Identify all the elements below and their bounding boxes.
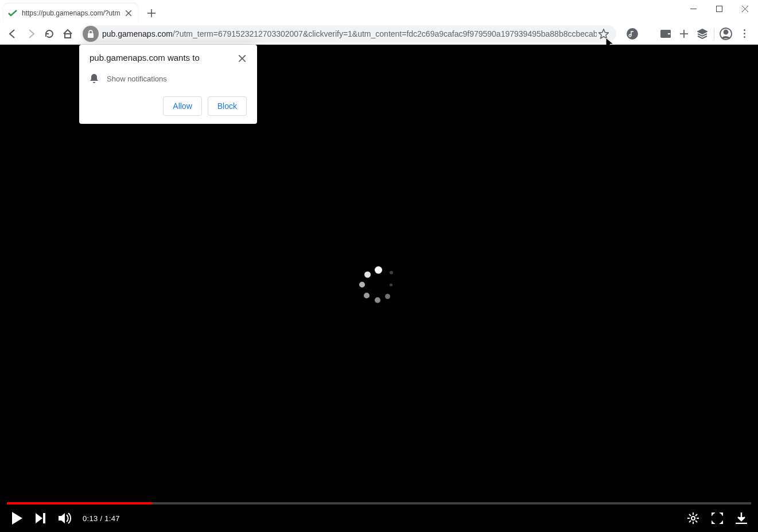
address-text: pub.gamenaps.com/?utm_term=6791523212703… [102, 29, 597, 38]
wallet-extension-icon[interactable] [656, 25, 675, 43]
svg-line-29 [689, 514, 691, 516]
svg-rect-8 [65, 34, 71, 38]
extension-icons [623, 25, 753, 43]
svg-line-31 [695, 514, 697, 516]
tab-title: https://pub.gamenaps.com/?utm [22, 9, 124, 17]
svg-line-30 [695, 521, 697, 522]
svg-point-18 [724, 30, 728, 34]
minimize-button[interactable] [681, 0, 706, 17]
svg-rect-1 [717, 6, 722, 11]
permission-block-button[interactable]: Block [208, 96, 247, 116]
settings-button[interactable] [687, 512, 699, 525]
address-host: pub.gamenaps.com [102, 29, 173, 38]
svg-marker-23 [59, 513, 65, 523]
window-close-button[interactable] [732, 0, 758, 17]
next-button[interactable] [34, 512, 47, 525]
permission-item-label: Show notifications [107, 75, 167, 83]
video-controls: 0:13 / 1:47 [0, 504, 758, 532]
layers-extension-icon[interactable] [693, 25, 712, 43]
download-button[interactable] [735, 512, 748, 525]
address-bar[interactable]: pub.gamenaps.com/?utm_term=6791523212703… [80, 25, 616, 42]
permission-close-button[interactable] [238, 53, 247, 65]
svg-point-11 [627, 29, 638, 39]
plus-icon[interactable] [675, 25, 693, 43]
video-duration: 1:47 [104, 514, 120, 523]
svg-marker-20 [12, 512, 22, 525]
toolbar-divider [714, 28, 714, 40]
svg-marker-16 [698, 29, 707, 34]
browser-tab[interactable]: https://pub.gamenaps.com/?utm [3, 3, 138, 23]
svg-marker-10 [599, 29, 609, 38]
svg-rect-13 [667, 33, 671, 35]
tab-strip: https://pub.gamenaps.com/?utm [3, 3, 160, 23]
fullscreen-button[interactable] [711, 512, 724, 525]
video-current-time: 0:13 [83, 514, 98, 523]
profile-avatar-icon[interactable] [717, 25, 735, 43]
permission-item: Show notifications [90, 73, 247, 84]
permission-allow-button[interactable]: Allow [163, 96, 201, 116]
home-button[interactable] [59, 25, 77, 43]
video-time-display: 0:13 / 1:47 [83, 514, 120, 523]
svg-point-24 [691, 517, 695, 520]
address-path: /?utm_term=6791523212703302007&clickveri… [173, 29, 597, 38]
bookmark-star-icon[interactable] [597, 25, 611, 42]
svg-marker-21 [36, 513, 42, 523]
reload-button[interactable] [40, 25, 59, 43]
svg-rect-22 [43, 513, 45, 523]
tab-close-button[interactable] [124, 9, 133, 18]
permission-dialog: pub.gamenaps.com wants to Show notificat… [79, 45, 257, 124]
permission-origin-text: pub.gamenaps.com wants to [90, 53, 200, 62]
menu-button[interactable] [735, 25, 753, 43]
svg-line-32 [689, 521, 691, 522]
play-button[interactable] [10, 512, 23, 525]
toolbar: pub.gamenaps.com/?utm_term=6791523212703… [0, 23, 758, 45]
back-button[interactable] [3, 25, 22, 43]
bell-icon [90, 73, 99, 84]
new-tab-button[interactable] [143, 5, 160, 21]
svg-rect-9 [88, 33, 94, 38]
maximize-button[interactable] [706, 0, 732, 17]
music-extension-icon[interactable] [623, 25, 642, 43]
forward-button[interactable] [22, 25, 40, 43]
volume-button[interactable] [59, 512, 71, 525]
lock-icon[interactable] [83, 26, 99, 42]
loading-spinner-icon [359, 267, 399, 307]
window-controls [681, 0, 758, 17]
checkmark-icon [8, 10, 17, 17]
